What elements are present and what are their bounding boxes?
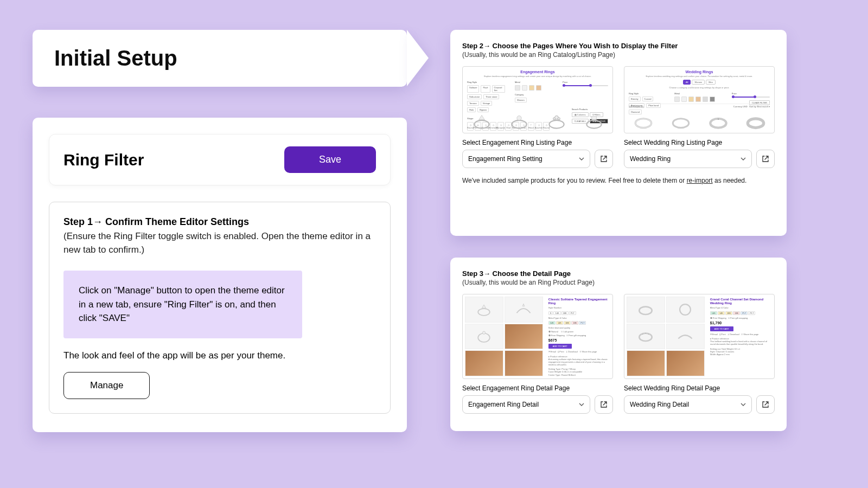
product-price: $675	[548, 338, 609, 342]
wedding-detail-label: Select Wedding Ring Detail Page	[624, 384, 775, 392]
step3-engagement-column: Classic Solitaire Tapered Engagement Rin…	[462, 294, 613, 414]
step3-subtitle: (Usually, this would be an Ring Product …	[462, 279, 775, 286]
external-link-icon	[600, 155, 608, 163]
select-value: Engagement Ring Detail	[468, 401, 539, 408]
svg-point-11	[673, 119, 688, 128]
page-title: Initial Setup	[54, 46, 177, 70]
svg-point-16	[478, 333, 490, 342]
open-wedding-detail-button[interactable]	[756, 395, 775, 414]
wedding-detail-preview: Grand Coral Channel Set Diamond Wedding …	[624, 294, 775, 379]
engagement-listing-preview: Engagement Rings Explore timeless engage…	[462, 66, 613, 133]
step1-panel: Step 1→ Confirm Theme Editor Settings (E…	[49, 202, 391, 414]
step3-card: Step 3→ Choose the Detail Page (Usually,…	[450, 258, 787, 431]
initial-setup-banner: Initial Setup	[33, 30, 407, 87]
chevron-down-icon	[579, 402, 584, 407]
ring-filter-title: Ring Filter	[63, 151, 144, 169]
engagement-detail-preview: Classic Solitaire Tapered Engagement Rin…	[462, 294, 613, 379]
svg-point-6	[558, 118, 560, 120]
svg-point-17	[483, 331, 486, 334]
wedding-listing-preview: Wedding Rings Explore timeless wedding r…	[624, 66, 775, 133]
svg-point-12	[710, 119, 726, 128]
open-engagement-detail-button[interactable]	[595, 395, 613, 414]
step2-engagement-column: Engagement Rings Explore timeless engage…	[462, 66, 613, 168]
select-value: Wedding Ring Detail	[630, 401, 689, 408]
step1-subtitle: (Ensure the Ring Filter toggle switch is…	[63, 230, 376, 256]
external-link-icon	[600, 401, 608, 408]
preview-subtext: Choose a category and browse ring settin…	[631, 86, 768, 89]
product-title: Grand Coral Channel Set Diamond Wedding …	[710, 298, 771, 305]
step1-callout: Click on "Manage" button to open the the…	[63, 271, 302, 338]
chevron-down-icon	[741, 156, 746, 162]
svg-point-7	[586, 120, 601, 129]
chevron-down-icon	[741, 402, 746, 407]
chevron-down-icon	[579, 156, 584, 162]
wedding-listing-label: Select Wedding Ring Listing Page	[624, 139, 775, 146]
open-engagement-listing-button[interactable]	[595, 150, 613, 168]
engagement-detail-label: Select Engagement Ring Detail Page	[462, 384, 613, 392]
svg-point-2	[516, 116, 521, 120]
svg-point-18	[640, 306, 652, 314]
select-value: Engagement Ring Setting	[468, 155, 542, 163]
product-price: $1,790	[710, 321, 771, 325]
svg-point-13	[717, 119, 718, 120]
step3-wedding-column: Grand Coral Channel Set Diamond Wedding …	[624, 294, 775, 414]
theme-note: The look and feel of the app will be as …	[63, 350, 376, 361]
svg-point-0	[474, 120, 489, 129]
engagement-listing-select[interactable]: Engagement Ring Setting	[462, 150, 590, 168]
svg-point-22	[646, 333, 646, 333]
wedding-detail-select[interactable]: Wedding Ring Detail	[624, 395, 752, 414]
svg-point-3	[549, 120, 564, 129]
svg-point-19	[680, 304, 691, 315]
preview-tagline: Explore timeless engagement ring setting…	[469, 75, 606, 78]
save-button[interactable]: Save	[284, 146, 376, 173]
step2-subtitle: (Usually, this would be an Ring Catalog/…	[462, 51, 775, 59]
svg-point-15	[478, 309, 490, 316]
svg-point-10	[635, 119, 651, 128]
step1-title: Step 1→ Confirm Theme Editor Settings	[63, 216, 376, 228]
select-value: Wedding Ring	[630, 155, 671, 163]
engagement-detail-select[interactable]: Engagement Ring Detail	[462, 395, 590, 414]
external-link-icon	[762, 401, 769, 408]
ring-filter-card: Ring Filter Save Step 1→ Confirm Theme E…	[33, 118, 407, 432]
external-link-icon	[762, 155, 769, 163]
svg-point-21	[642, 334, 643, 335]
svg-point-14	[748, 119, 763, 128]
wedding-listing-select[interactable]: Wedding Ring	[624, 150, 752, 168]
reimport-link[interactable]: re-import	[687, 177, 713, 184]
product-title: Classic Solitaire Tapered Engagement Rin…	[548, 298, 609, 305]
preview-tagline: Explore timeless wedding ring settings a…	[631, 75, 768, 78]
ring-filter-header: Ring Filter Save	[49, 134, 391, 185]
svg-rect-8	[591, 117, 596, 120]
step2-card: Step 2→ Choose the Pages Where You Wish …	[450, 30, 787, 236]
sample-products-note: We've included sample products for you t…	[462, 177, 775, 184]
preview-heading: Engagement Rings	[463, 70, 612, 74]
engagement-listing-label: Select Engagement Ring Listing Page	[462, 139, 613, 146]
svg-point-1	[512, 120, 526, 129]
manage-button[interactable]: Manage	[63, 372, 150, 399]
open-wedding-listing-button[interactable]	[756, 150, 775, 168]
step2-wedding-column: Wedding Rings Explore timeless wedding r…	[624, 66, 775, 168]
step2-title: Step 2→ Choose the Pages Where You Wish …	[462, 42, 775, 50]
preview-heading: Wedding Rings	[624, 70, 774, 74]
svg-point-23	[648, 334, 649, 335]
svg-point-20	[640, 333, 652, 341]
step3-title: Step 3→ Choose the Detail Page	[462, 269, 775, 278]
